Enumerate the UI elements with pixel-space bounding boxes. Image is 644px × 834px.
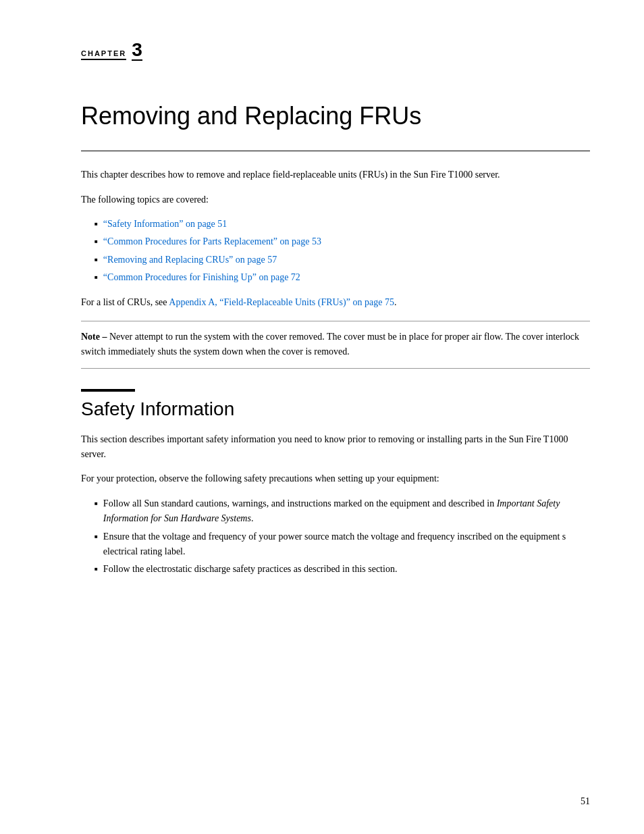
chapter-word-rest: HAPTER: [88, 49, 126, 57]
list-item: Ensure that the voltage and frequency of…: [95, 529, 590, 560]
toc-list: “Safety Information” on page 51 “Common …: [95, 217, 590, 286]
safety-list: Follow all Sun standard cautions, warnin…: [95, 496, 590, 577]
cru-note-suffix: .: [394, 297, 397, 307]
cru-note-paragraph: For a list of CRUs, see Appendix A, “Fie…: [81, 295, 590, 310]
list-item: “Safety Information” on page 51: [95, 217, 590, 232]
section-header-bar: [81, 389, 135, 392]
intro-paragraph-2: The following topics are covered:: [81, 192, 590, 207]
chapter-title: Removing and Replacing FRUs: [81, 101, 590, 130]
section-paragraph-1: This section describes important safety …: [81, 432, 590, 463]
list-item: “Removing and Replacing CRUs” on page 57: [95, 253, 590, 267]
list-item: Follow the electrostatic discharge safet…: [95, 562, 590, 577]
section-title: Safety Information: [81, 398, 590, 420]
chapter-number: 3: [132, 41, 142, 61]
note-text: Note – Never attempt to run the system w…: [81, 330, 590, 360]
toc-link-1[interactable]: “Safety Information” on page 51: [103, 217, 227, 232]
cru-note-link[interactable]: Appendix A, “Field-Replaceable Units (FR…: [169, 297, 394, 307]
safety-item-3: Follow the electrostatic discharge safet…: [103, 562, 398, 577]
list-item: Follow all Sun standard cautions, warnin…: [95, 496, 590, 527]
list-item: “Common Procedures for Parts Replacement…: [95, 234, 590, 249]
page-number: 51: [581, 796, 590, 807]
safety-item-1: Follow all Sun standard cautions, warnin…: [103, 496, 590, 527]
cru-note-prefix: For a list of CRUs, see: [81, 297, 169, 307]
page: CHAPTER 3 Removing and Replacing FRUs Th…: [0, 0, 644, 834]
safety-italic-1: Important Safety Information for Sun Har…: [103, 498, 560, 523]
intro-paragraph-1: This chapter describes how to remove and…: [81, 167, 590, 182]
safety-item-2: Ensure that the voltage and frequency of…: [103, 529, 590, 560]
toc-link-4[interactable]: “Common Procedures for Finishing Up” on …: [103, 270, 300, 285]
note-body: Never attempt to run the system with the…: [81, 332, 579, 357]
toc-link-3[interactable]: “Removing and Replacing CRUs” on page 57: [103, 253, 277, 267]
chapter-label: CHAPTER 3: [81, 41, 590, 61]
toc-link-2[interactable]: “Common Procedures for Parts Replacement…: [103, 234, 321, 249]
note-label: Note –: [81, 332, 107, 342]
title-divider: [81, 151, 590, 151]
section-paragraph-2: For your protection, observe the followi…: [81, 471, 590, 486]
list-item: “Common Procedures for Finishing Up” on …: [95, 270, 590, 285]
chapter-word: CHAPTER: [81, 49, 126, 60]
note-box: Note – Never attempt to run the system w…: [81, 321, 590, 369]
